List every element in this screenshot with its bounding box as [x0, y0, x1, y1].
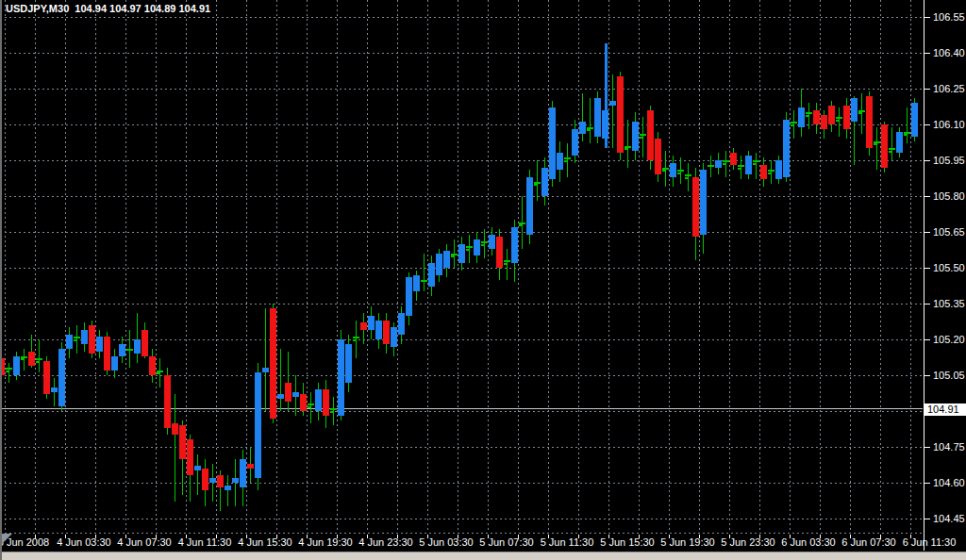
candle-body-up	[240, 459, 246, 487]
candle-open-tick	[768, 173, 771, 174]
candle-body-up	[315, 389, 322, 411]
candle-wick	[771, 160, 772, 184]
candle-open-tick	[36, 361, 39, 363]
candle-wick	[197, 454, 198, 495]
candle-body-up	[745, 156, 752, 174]
candle-body-up	[700, 170, 707, 235]
candle-wick	[356, 321, 357, 358]
candle-body-down	[247, 464, 254, 469]
candle-body-up	[255, 372, 261, 478]
candle-body-up	[292, 392, 299, 397]
candle-body-down	[323, 389, 329, 416]
candle-body-down	[104, 337, 110, 371]
candle-body-up	[557, 153, 563, 170]
candle-body-down	[89, 325, 95, 354]
candle-wick	[137, 313, 138, 363]
candle-body-down	[0, 358, 5, 375]
candle-wick	[793, 110, 794, 139]
candle-wick	[39, 339, 40, 372]
candle-body-down	[202, 469, 208, 490]
candle-body-down	[164, 375, 171, 428]
candle-wick	[507, 249, 508, 280]
candle-wick	[590, 98, 591, 143]
candle-body-up	[609, 101, 616, 106]
candle-doji-body	[74, 337, 80, 338]
candle-wick	[839, 107, 840, 137]
candle-body-up	[896, 132, 903, 153]
candle-open-tick	[564, 160, 567, 162]
candle-body-down	[730, 153, 737, 165]
candle-doji-body	[723, 160, 729, 162]
candle-wick	[642, 117, 643, 157]
candle-body-up	[458, 244, 465, 263]
candle-body-down	[149, 356, 156, 375]
candle-wick	[582, 93, 583, 141]
candle-doji-body	[21, 356, 27, 358]
candle-body-up	[549, 107, 556, 179]
candle-open-tick	[662, 170, 665, 172]
time-axis[interactable]	[0, 535, 924, 552]
candle-open-tick	[126, 349, 129, 351]
candle-body-up	[134, 339, 141, 354]
candle-open-tick	[421, 280, 424, 282]
candle-open-tick	[353, 339, 356, 341]
candle-body-down	[821, 115, 827, 129]
candle-open-tick	[806, 115, 808, 117]
candle-body-up	[194, 466, 201, 470]
candle-body-down	[828, 106, 835, 124]
candle-body-up	[715, 160, 722, 168]
candle-doji-body	[874, 141, 880, 143]
candle-doji-body	[587, 127, 593, 129]
candle-wick	[756, 153, 757, 179]
candle-body-up	[225, 486, 231, 490]
candle-body-down	[881, 124, 888, 168]
candle-wick	[280, 349, 281, 411]
chart-shift-marker[interactable]	[2, 534, 12, 544]
candle-wick	[159, 358, 160, 387]
candle-doji-body	[308, 404, 314, 405]
candle-body-up	[66, 335, 73, 349]
chart-title-ohlc: USDJPY,M30 104.94 104.97 104.89 104.91	[6, 3, 210, 14]
candle-doji-body	[662, 168, 669, 170]
candle-body-down	[270, 308, 276, 419]
candle-body-up	[632, 122, 639, 151]
candle-body-up	[119, 344, 125, 356]
candle-wick	[24, 349, 25, 371]
candle-doji-body	[677, 170, 684, 172]
candle-body-up	[511, 227, 518, 263]
candle-wick	[469, 235, 470, 263]
candle-body-up	[579, 122, 586, 134]
candle-doji-body	[330, 408, 337, 410]
candle-open-tick	[587, 129, 590, 131]
candle-doji-body	[451, 254, 458, 255]
candle-body-down	[28, 352, 35, 366]
candle-body-up	[391, 327, 397, 347]
candle-body-up	[798, 107, 805, 127]
candle-body-up	[51, 387, 58, 392]
candle-wick	[537, 160, 538, 201]
candle-body-down	[647, 110, 654, 160]
candle-body-down	[617, 76, 624, 153]
candle-body-up	[262, 368, 269, 372]
candle-body-up	[783, 120, 790, 177]
candle-body-up	[398, 313, 405, 335]
candle-doji-body	[481, 241, 488, 243]
candle-wick	[175, 394, 175, 502]
candle-wick	[876, 127, 877, 170]
candle-open-tick	[753, 163, 756, 165]
candle-doji-body	[806, 112, 812, 114]
candle-wick	[891, 127, 892, 160]
candle-wick	[567, 143, 568, 177]
candle-body-down	[187, 439, 193, 475]
candle-body-up	[572, 129, 578, 156]
price-axis[interactable]	[924, 0, 966, 552]
candle-doji-body	[504, 260, 510, 262]
candle-wick	[8, 363, 9, 383]
candle-doji-body	[791, 122, 797, 124]
candle-body-up	[526, 177, 533, 235]
candle-body-up	[368, 316, 375, 330]
candle-doji-body	[36, 358, 42, 360]
candle-open-tick	[330, 411, 333, 413]
candlestick-chart-canvas[interactable]: 106.55106.40106.25106.10105.95105.80105.…	[0, 0, 966, 560]
candle-open-tick	[677, 173, 680, 174]
